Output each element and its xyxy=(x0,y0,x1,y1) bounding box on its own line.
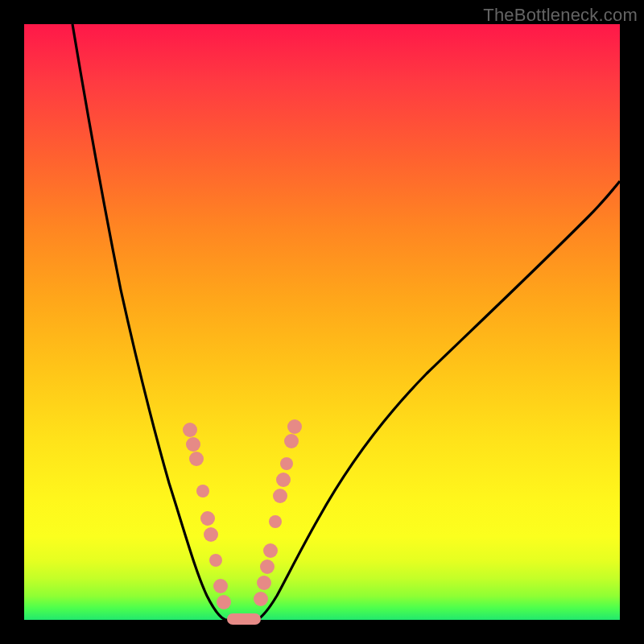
watermark-text: TheBottleneck.com xyxy=(483,5,638,26)
bead-right xyxy=(276,473,291,487)
bead-right xyxy=(280,457,293,470)
bead-left xyxy=(196,485,209,497)
bead-left xyxy=(200,511,215,526)
bead-left xyxy=(183,423,197,437)
bead-left xyxy=(213,579,228,593)
bead-right xyxy=(287,419,302,434)
plot-area xyxy=(24,24,620,620)
bead-left xyxy=(186,437,200,452)
bead-right xyxy=(257,576,271,590)
bead-right xyxy=(273,489,287,503)
bead-left xyxy=(209,554,222,567)
bead-right xyxy=(263,543,278,558)
bead-right xyxy=(284,434,299,448)
bead-right xyxy=(260,559,275,574)
bead-right xyxy=(254,592,268,606)
right-curve xyxy=(258,181,620,620)
bead-right xyxy=(269,515,282,528)
bead-bottom-capsule xyxy=(227,613,261,625)
bead-left xyxy=(189,452,204,466)
bead-left xyxy=(204,527,218,542)
bead-left xyxy=(217,595,231,609)
chart-frame: TheBottleneck.com xyxy=(0,0,644,644)
curve-svg xyxy=(24,24,620,620)
left-curve xyxy=(72,24,225,620)
